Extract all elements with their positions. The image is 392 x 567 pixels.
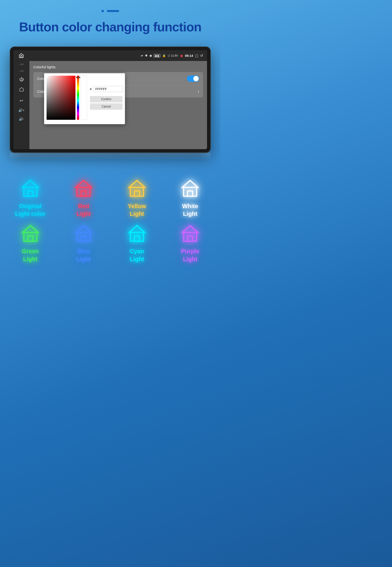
color-preview — [81, 76, 87, 120]
house-icon-wrapper — [126, 177, 148, 199]
main-content-area: Colorful lights Colorful Light Switch Co… — [29, 61, 207, 149]
house-icon-wrapper — [19, 222, 42, 244]
sidebar-back-icon[interactable]: ↩ — [20, 98, 23, 103]
light-item-red-light: RedLight — [58, 177, 109, 218]
house-icon-wrapper — [19, 177, 42, 199]
light-label: WhiteLight — [182, 202, 198, 218]
house-svg — [127, 179, 147, 198]
svg-rect-15 — [188, 236, 193, 241]
house-icon-wrapper — [126, 222, 148, 244]
lights-grid: OriginalLight color RedLight YellowLight — [5, 177, 216, 263]
house-icon-wrapper — [72, 222, 95, 244]
dot-indicator — [101, 10, 104, 12]
hex-hash: # — [90, 87, 92, 91]
light-item-yellow-light: YellowLight — [112, 177, 162, 218]
color-gradient[interactable] — [47, 76, 75, 120]
lights-section: OriginalLight color RedLight YellowLight — [0, 170, 221, 273]
svg-rect-12 — [130, 233, 143, 241]
device-reflection — [10, 153, 211, 160]
light-item-green-light: GreenLight — [5, 222, 56, 263]
svg-rect-9 — [28, 236, 33, 241]
signal-icon: ◉ — [180, 54, 183, 57]
svg-rect-1 — [28, 191, 33, 196]
svg-rect-3 — [81, 191, 86, 196]
content-title: Colorful lights — [33, 65, 203, 69]
back-icon: ↺ — [200, 54, 203, 57]
confirm-button[interactable]: Confirm — [90, 96, 123, 102]
screen-content: ⇌ ✽ ◉ ▮▮▮ 🔒 ⬡ 11.8V ◉ 09:14 ▢ ↺ — [14, 50, 207, 149]
device-mockup: ⇌ ✽ ◉ ▮▮▮ 🔒 ⬡ 11.8V ◉ 09:14 ▢ ↺ — [10, 47, 211, 160]
sidebar-home-icon[interactable] — [19, 87, 24, 93]
light-item-blue-light: BlueLight — [58, 222, 109, 263]
light-label: OriginalLight color — [15, 202, 46, 218]
svg-rect-11 — [81, 236, 86, 241]
house-svg — [74, 224, 93, 243]
device-screen: ⇌ ✽ ◉ ▮▮▮ 🔒 ⬡ 11.8V ◉ 09:14 ▢ ↺ — [14, 50, 207, 149]
bluetooth-icon: ✽ — [145, 54, 147, 57]
house-icon-wrapper — [179, 177, 201, 199]
house-svg — [21, 224, 40, 243]
battery-bar: ▮▮▮ — [154, 54, 160, 57]
status-bar: ⇌ ✽ ◉ ▮▮▮ 🔒 ⬡ 11.8V ◉ 09:14 ▢ ↺ — [14, 50, 207, 61]
sidebar-power-icon[interactable]: ⏻ — [19, 77, 24, 82]
voltage-display: ⬡ 11.8V — [168, 54, 178, 57]
spectrum-bar[interactable] — [77, 76, 79, 120]
house-svg — [180, 224, 200, 243]
time-display: 09:14 — [185, 54, 193, 57]
sidebar-vol-up-icon[interactable]: 🔊+ — [18, 108, 25, 112]
picker-buttons: Confirm Cancel — [90, 96, 123, 110]
svg-rect-2 — [77, 187, 90, 196]
svg-rect-8 — [24, 233, 37, 241]
spectrum-cursor — [76, 77, 80, 78]
cancel-button[interactable]: Cancel — [90, 103, 123, 110]
screen-sidebar: ○ MIC ○ RST ⏻ ↩ — [14, 61, 29, 149]
wifi-icon: ◉ — [149, 54, 152, 57]
picker-arrow-icon: › — [198, 89, 199, 94]
lock-icon: 🔒 — [162, 54, 166, 57]
page-indicators — [0, 0, 221, 17]
svg-rect-13 — [134, 236, 140, 241]
screen-main: ○ MIC ○ RST ⏻ ↩ — [14, 61, 207, 149]
screen-icon: ▢ — [195, 54, 198, 57]
light-label: YellowLight — [128, 202, 146, 218]
svg-rect-0 — [24, 187, 37, 196]
light-switch-toggle[interactable] — [187, 75, 199, 82]
house-svg — [127, 224, 147, 243]
device: ⇌ ✽ ◉ ▮▮▮ 🔒 ⬡ 11.8V ◉ 09:14 ▢ ↺ — [10, 47, 211, 153]
light-item-white-light: WhiteLight — [165, 177, 216, 218]
hex-input[interactable] — [93, 86, 123, 92]
connection-icon: ⇌ — [141, 54, 143, 57]
svg-rect-5 — [134, 191, 140, 196]
device-container: ⇌ ✽ ◉ ▮▮▮ 🔒 ⬡ 11.8V ◉ 09:14 ▢ ↺ — [0, 42, 221, 170]
light-label: RedLight — [76, 202, 91, 218]
sidebar-vol-down-icon[interactable]: 🔊- — [19, 117, 24, 121]
light-item-original-light-color: OriginalLight color — [5, 177, 56, 218]
house-icon-wrapper — [179, 222, 201, 244]
light-label: PurpleLight — [181, 247, 199, 263]
svg-rect-6 — [184, 187, 197, 196]
page-title: Button color changing function — [0, 17, 221, 42]
house-svg — [74, 179, 93, 198]
status-left — [17, 52, 25, 59]
svg-rect-4 — [130, 187, 143, 196]
rst-label: ○ RST — [19, 70, 24, 72]
home-button[interactable] — [17, 52, 25, 59]
light-label: GreenLight — [22, 247, 39, 263]
dash-indicator — [107, 10, 119, 12]
gradient-cursor — [46, 75, 48, 77]
mic-label: ○ MIC — [19, 63, 24, 65]
hex-input-row: # — [90, 86, 123, 92]
color-picker-overlay: # Confirm Cancel — [44, 73, 125, 124]
svg-rect-7 — [188, 191, 193, 196]
light-label: CyanLight — [130, 247, 144, 263]
house-icon-wrapper — [72, 177, 95, 199]
svg-rect-14 — [184, 233, 197, 241]
house-svg — [180, 179, 200, 198]
house-svg — [21, 179, 40, 198]
status-right: ⇌ ✽ ◉ ▮▮▮ 🔒 ⬡ 11.8V ◉ 09:14 ▢ ↺ — [141, 54, 203, 57]
light-item-cyan-light: CyanLight — [112, 222, 162, 263]
light-item-purple-light: PurpleLight — [165, 222, 216, 263]
gradient-area: # Confirm Cancel — [47, 76, 123, 120]
light-label: BlueLight — [76, 247, 91, 263]
svg-rect-10 — [77, 233, 90, 241]
